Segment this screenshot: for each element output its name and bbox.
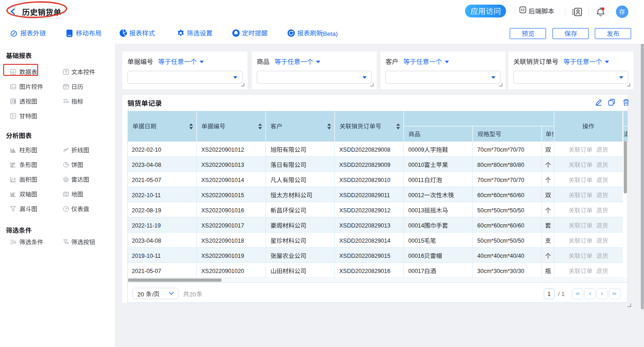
svg-text:4,80: 4,80	[63, 100, 69, 103]
